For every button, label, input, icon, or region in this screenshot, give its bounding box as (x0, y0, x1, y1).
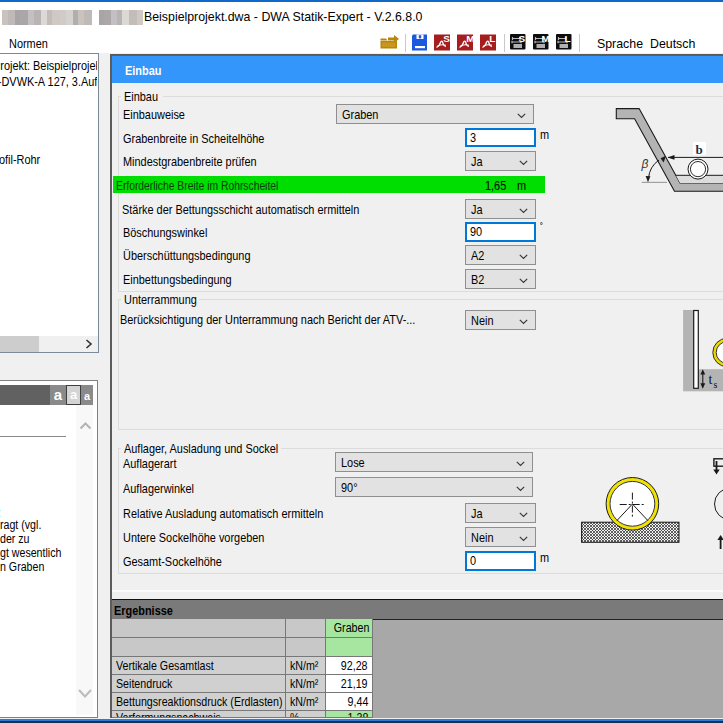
svg-text:S: S (519, 34, 526, 44)
svg-text:M: M (466, 34, 473, 44)
svg-text:L: L (489, 34, 495, 44)
svg-text:β: β (641, 157, 649, 171)
svg-text:t: t (709, 372, 713, 387)
svg-text:s: s (714, 379, 718, 390)
svg-text:M: M (542, 34, 549, 44)
svg-text:b: b (696, 142, 703, 157)
svg-text:L: L (565, 34, 571, 44)
svg-text:S: S (443, 34, 450, 44)
